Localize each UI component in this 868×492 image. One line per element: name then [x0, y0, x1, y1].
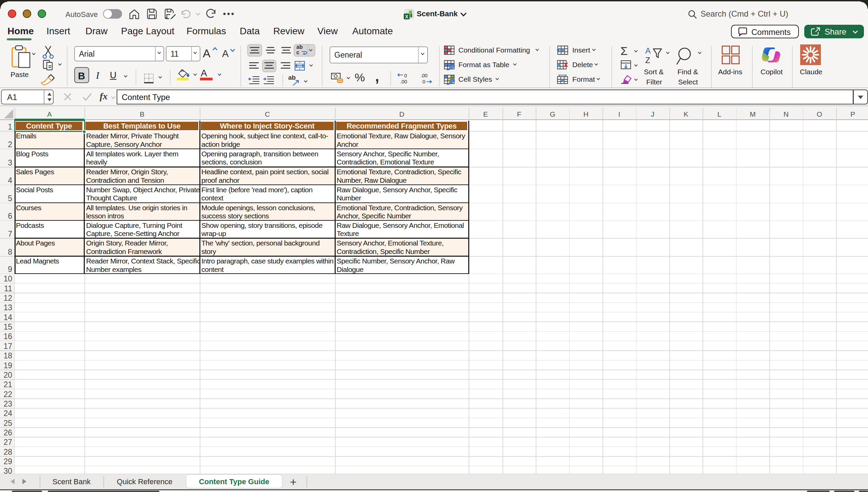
svg-text:A: A [645, 47, 651, 55]
svg-text:.00: .00 [400, 79, 407, 84]
svg-text:Z: Z [645, 56, 650, 65]
svg-text:X: X [405, 14, 409, 19]
svg-text:0: 0 [404, 73, 407, 78]
svg-text:.00: .00 [420, 73, 428, 78]
svg-text:0: 0 [422, 79, 425, 84]
